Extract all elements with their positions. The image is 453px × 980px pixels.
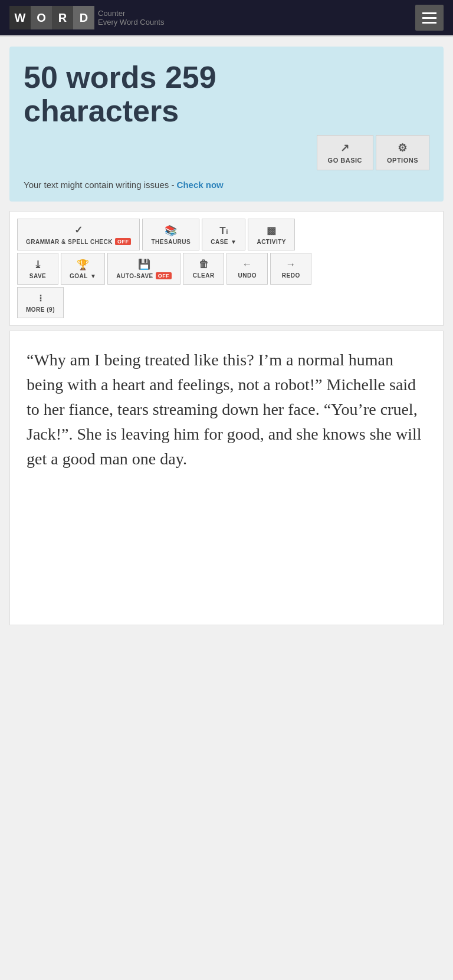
redo-label: REDO — [282, 272, 300, 279]
save-icon: ⤓ — [34, 259, 42, 271]
redo-button[interactable]: → REDO — [270, 253, 311, 285]
autosave-icon: 💾 — [138, 258, 151, 270]
activity-label: ACTIVITY — [257, 239, 286, 245]
clear-button[interactable]: 🗑 CLEAR — [183, 253, 224, 285]
activity-button[interactable]: ▩ ACTIVITY — [248, 219, 295, 250]
stats-section: 50 words 259 characters ↗︎ GO BASIC ⚙ OP… — [9, 47, 444, 202]
word-count: 50 words — [24, 60, 156, 94]
autosave-label: AUTO-SAVE OFF — [116, 272, 172, 279]
options-icon: ⚙ — [398, 141, 408, 154]
clear-icon: 🗑 — [199, 259, 209, 270]
characters-label: characters — [24, 94, 179, 128]
logo-tagline: Every Word Counts — [98, 18, 164, 27]
autosave-button[interactable]: 💾 AUTO-SAVE OFF — [107, 253, 180, 285]
case-label: CASE ▼ — [211, 239, 237, 245]
writing-issues: Your text might contain writing issues -… — [24, 180, 429, 190]
redo-icon: → — [286, 259, 297, 270]
grammar-spell-check-button[interactable]: ✓ GRAMMAR & SPELL CHECK OFF — [17, 219, 140, 250]
thesaurus-button[interactable]: 📚 THESAURUS — [142, 219, 199, 250]
hamburger-bar-3 — [422, 22, 436, 24]
writing-issues-text: Your text might contain writing issues - — [24, 180, 177, 190]
hamburger-button[interactable] — [415, 5, 444, 31]
activity-icon: ▩ — [267, 225, 277, 237]
more-icon: ⁝ — [39, 292, 42, 305]
save-label: SAVE — [29, 273, 47, 279]
toolbar: ✓ GRAMMAR & SPELL CHECK OFF 📚 THESAURUS … — [9, 211, 444, 326]
thesaurus-icon: 📚 — [165, 225, 178, 237]
goal-button[interactable]: 🏆 GOAL ▼ — [61, 253, 105, 285]
case-button[interactable]: Tᵢ CASE ▼ — [202, 219, 245, 250]
hamburger-bar-1 — [422, 12, 436, 14]
check-now-link[interactable]: Check now — [177, 180, 224, 190]
go-basic-icon: ↗︎ — [340, 141, 350, 154]
logo: W O R D Counter Every Word Counts — [9, 6, 164, 29]
logo-letters: W O R D — [9, 6, 94, 29]
stats-actions: ↗︎ GO BASIC ⚙ OPTIONS — [24, 135, 429, 170]
logo-text: Counter Every Word Counts — [98, 9, 164, 27]
go-basic-label: GO BASIC — [328, 157, 362, 164]
word-char-count: 50 words 259 characters — [24, 61, 429, 128]
logo-w: W — [9, 6, 31, 29]
go-basic-button[interactable]: ↗︎ GO BASIC — [317, 135, 373, 170]
toolbar-row-2: ⤓ SAVE 🏆 GOAL ▼ 💾 AUTO-SAVE OFF 🗑 CLEAR … — [17, 253, 436, 285]
logo-r: R — [52, 6, 73, 29]
undo-button[interactable]: ← UNDO — [226, 253, 268, 285]
toolbar-row-3: ⁝ MORE (9) — [17, 287, 436, 318]
clear-label: CLEAR — [193, 272, 215, 279]
case-icon: Tᵢ — [219, 225, 228, 237]
editor-text[interactable]: “Why am I being treated like this? I’m a… — [27, 348, 426, 471]
char-count: 259 — [165, 60, 216, 94]
goal-label: GOAL ▼ — [70, 273, 96, 279]
more-label: MORE (9) — [26, 306, 55, 313]
grammar-off-badge: OFF — [115, 238, 132, 245]
options-button[interactable]: ⚙ OPTIONS — [376, 135, 429, 170]
text-editor[interactable]: “Why am I being treated like this? I’m a… — [9, 331, 444, 625]
save-button[interactable]: ⤓ SAVE — [17, 253, 58, 285]
options-label: OPTIONS — [387, 157, 418, 164]
grammar-check-label: GRAMMAR & SPELL CHECK OFF — [26, 238, 131, 245]
logo-o: O — [31, 6, 52, 29]
header-separator — [0, 35, 453, 37]
grammar-check-icon: ✓ — [74, 224, 83, 236]
logo-d: D — [73, 6, 94, 29]
undo-icon: ← — [242, 259, 253, 270]
more-button[interactable]: ⁝ MORE (9) — [17, 287, 64, 318]
logo-name: Counter — [98, 9, 164, 18]
undo-label: UNDO — [238, 272, 257, 279]
autosave-off-badge: OFF — [156, 272, 172, 279]
hamburger-bar-2 — [422, 17, 436, 19]
goal-icon: 🏆 — [77, 259, 90, 271]
toolbar-row-1: ✓ GRAMMAR & SPELL CHECK OFF 📚 THESAURUS … — [17, 219, 436, 250]
header: W O R D Counter Every Word Counts — [0, 0, 453, 35]
thesaurus-label: THESAURUS — [151, 239, 191, 245]
